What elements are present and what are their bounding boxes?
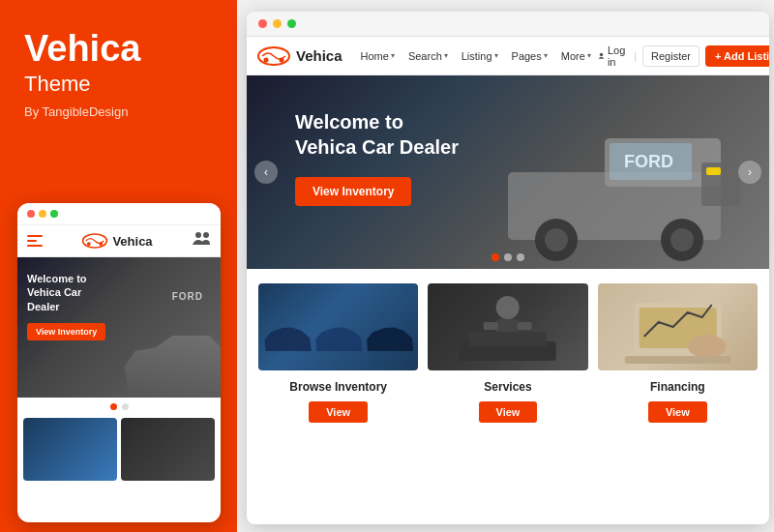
nav-more[interactable]: More ▾ [554,50,598,62]
nav-register[interactable]: Register [642,45,700,67]
mobile-nav: Vehica [17,225,221,257]
svg-rect-22 [518,322,532,330]
dot-active [110,403,117,410]
nav-listing[interactable]: Listing ▾ [455,50,505,62]
cards-section: Browse Inventory View Services View [247,269,769,437]
card-financing: Financing View [598,283,758,423]
chevron-down-icon: ▾ [544,51,548,60]
car-row [263,322,413,361]
hero-truck-shape: FORD [479,114,750,269]
svg-point-16 [670,228,694,251]
nav-logo-text: Vehica [296,47,342,64]
svg-rect-18 [610,143,692,180]
mobile-card-1 [23,418,117,481]
mobile-user-icon[interactable] [192,231,211,251]
svg-point-19 [496,296,520,319]
mobile-logo: Vehica [81,232,152,250]
dot-yellow [39,210,46,218]
chevron-down-icon: ▾ [391,51,395,60]
hamburger-icon[interactable] [27,235,43,247]
svg-point-2 [100,242,104,246]
user-icon [598,51,605,61]
ford-text: FORD [172,291,203,302]
view-inventory-button[interactable]: View Inventory [295,177,411,206]
car-silhouette-3 [366,322,414,351]
left-panel: Vehica Theme By TangibleDesign [0,0,237,532]
financing-button[interactable]: View [648,401,707,423]
svg-point-14 [545,228,568,251]
card-title-3: Financing [650,380,705,394]
browser-dot-red [258,19,267,28]
browser-panel: Vehica Home ▾ Search ▾ Listing ▾ Pages ▾… [247,12,769,524]
nav-home[interactable]: Home ▾ [354,50,402,62]
car-silhouette-1 [263,322,312,351]
add-listing-button[interactable]: + Add Listing [705,45,769,67]
chevron-down-icon: ▾ [494,51,498,60]
card-browse-inventory: Browse Inventory View [258,283,418,423]
card-title-1: Browse Inventory [289,380,387,394]
brand-sub: Theme [24,72,90,97]
car-silhouette-2 [314,322,363,351]
mobile-logo-text: Vehica [112,234,152,249]
nav-search[interactable]: Search ▾ [402,50,455,62]
hero-dot-1 [491,253,499,261]
svg-point-4 [203,232,209,238]
mobile-hero: FORD Welcome toVehica CarDealer View Inv… [17,257,221,398]
chevron-down-icon: ▾ [587,51,591,60]
dot-inactive [122,403,129,410]
svg-rect-28 [624,356,730,364]
browser-bar [247,12,769,37]
hero-section: FORD Welcome to Vehica Car Dealer View I… [247,75,769,269]
nav-links: Home ▾ Search ▾ Listing ▾ Pages ▾ More ▾ [354,50,598,62]
brand-title: Vehica [24,29,140,70]
nav-logo-icon [256,45,291,67]
browser-dot-green [287,19,296,28]
mobile-cards [17,414,221,485]
card-img-services [428,283,587,370]
svg-rect-24 [469,332,547,346]
browse-inventory-button[interactable]: View [309,401,368,423]
mobile-card-img-2 [121,418,215,481]
dot-red [27,210,35,218]
svg-point-1 [87,242,91,246]
mobile-view-inventory-button[interactable]: View Inventory [27,323,105,340]
brand-by: By TangibleDesign [24,104,128,119]
mobile-hero-title: Welcome toVehica CarDealer [27,272,105,313]
card-img-financing [598,283,758,370]
mobile-logo-icon [81,232,108,250]
services-button[interactable]: View [479,401,538,423]
nav-sep: | [634,50,637,62]
nav-logo: Vehica [256,45,342,67]
svg-point-8 [600,52,604,56]
hero-dot-3 [517,253,524,261]
hero-title: Welcome to Vehica Car Dealer [295,109,459,160]
nav-pages[interactable]: Pages ▾ [505,50,554,62]
hero-next-button[interactable]: › [738,161,761,184]
nav-actions: Log in | Register + Add Listing [598,44,769,68]
nav-login[interactable]: Log in [598,44,628,68]
browser-nav: Vehica Home ▾ Search ▾ Listing ▾ Pages ▾… [247,37,769,75]
dot-green [50,210,58,218]
svg-point-7 [280,57,284,62]
mobile-dots-indicator [17,398,221,414]
card-title-2: Services [484,380,531,394]
svg-rect-12 [706,167,721,175]
svg-point-27 [687,335,726,358]
mobile-mockup: Vehica FORD Welcome toVehica CarDealer V… [17,203,221,522]
card-services: Services View [428,283,587,423]
hero-dots [491,253,524,261]
svg-point-6 [264,57,269,62]
svg-point-3 [195,232,201,238]
mobile-window-dots [17,203,221,225]
hero-prev-button[interactable]: ‹ [254,161,278,184]
svg-rect-21 [484,322,498,330]
mobile-card-img-1 [23,418,117,481]
hero-dot-2 [504,253,512,261]
mobile-card-2 [121,418,215,481]
browser-dot-yellow [273,19,282,28]
card-img-browse-inventory [258,283,418,370]
mobile-hero-content: Welcome toVehica CarDealer View Inventor… [27,272,105,340]
hero-content: Welcome to Vehica Car Dealer View Invent… [295,109,459,206]
chevron-down-icon: ▾ [444,51,448,60]
